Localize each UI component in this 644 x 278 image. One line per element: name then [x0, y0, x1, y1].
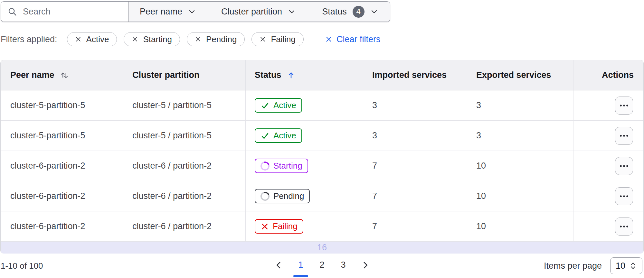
cluster-partition-filter-label: Cluster partition — [221, 7, 282, 17]
column-header-status[interactable]: Status — [245, 60, 363, 90]
table-row: cluster-5-partition-5 cluster-5 / partit… — [1, 90, 643, 121]
cluster-partition-filter-dropdown[interactable]: Cluster partition — [207, 2, 310, 22]
cell-exported-services: 10 — [467, 151, 573, 181]
next-page-button[interactable] — [360, 260, 370, 270]
column-header-cluster-partition: Cluster partition — [123, 60, 245, 90]
filter-chip-label: Active — [86, 34, 109, 44]
page-button-1[interactable]: 1 — [297, 260, 305, 270]
search-input[interactable] — [22, 6, 122, 17]
items-per-page-label: Items per page — [544, 261, 602, 271]
sort-both-icon — [60, 70, 69, 80]
filters-applied-row: Filters applied: Active Starting Pending… — [1, 32, 381, 46]
search-box[interactable] — [1, 2, 128, 22]
status-filter-count-badge: 4 — [353, 6, 365, 18]
row-actions-menu-button[interactable] — [615, 187, 633, 205]
column-header-imported-services: Imported services — [363, 60, 467, 90]
cell-status: Active — [245, 90, 363, 121]
chevron-down-icon — [288, 8, 296, 15]
sort-ascending-icon — [287, 71, 296, 80]
page-button-3[interactable]: 3 — [339, 260, 347, 270]
cell-imported-services: 3 — [363, 90, 467, 121]
spinner-icon — [259, 190, 271, 202]
cell-status: Failing — [245, 211, 363, 242]
previous-page-button[interactable] — [274, 260, 284, 270]
items-per-page: Items per page 10 — [544, 257, 642, 274]
row-actions-menu-button[interactable] — [615, 97, 633, 115]
filter-chip-label: Starting — [143, 34, 172, 44]
clear-filters-button[interactable]: Clear filters — [325, 34, 381, 44]
cell-cluster-partition: cluster-6 / partition-2 — [123, 151, 245, 181]
cell-peer-name: cluster-5-partition-5 — [1, 121, 123, 151]
row-actions-menu-button[interactable] — [615, 157, 633, 175]
column-header-label: Exported services — [476, 70, 551, 80]
filter-chip-pending[interactable]: Pending — [187, 32, 245, 46]
cell-actions — [573, 211, 643, 242]
stepper-chevrons-icon — [629, 261, 637, 270]
cell-cluster-partition: cluster-6 / partition-2 — [123, 211, 245, 242]
column-header-label: Actions — [602, 70, 634, 80]
table-row: cluster-6-partition-2 cluster-6 / partit… — [1, 211, 643, 242]
column-header-label: Imported services — [372, 70, 447, 80]
partially-visible-row: 16 — [1, 242, 643, 254]
cell-imported-services: 7 — [363, 151, 467, 181]
table-row: cluster-6-partition-2 cluster-6 / partit… — [1, 181, 643, 211]
pagination-bar: 1-10 of 100 1 2 3 Items per page 10 — [0, 254, 644, 278]
peer-name-filter-label: Peer name — [140, 7, 182, 17]
filter-chip-active[interactable]: Active — [67, 32, 117, 46]
chevron-down-icon — [370, 8, 378, 15]
status-filter-dropdown[interactable]: Status 4 — [310, 2, 390, 22]
status-badge: Failing — [255, 219, 303, 234]
cell-imported-services: 7 — [363, 181, 467, 211]
ellipsis-icon — [619, 164, 630, 168]
filters-applied-label: Filters applied: — [1, 34, 57, 44]
page-button-2[interactable]: 2 — [318, 260, 326, 270]
cell-actions — [573, 181, 643, 211]
column-header-actions: Actions — [573, 60, 643, 90]
status-badge: Starting — [255, 159, 308, 173]
peers-table: Peer name Cluster partition Status Impor… — [0, 60, 644, 254]
ellipsis-icon — [619, 134, 630, 138]
filter-chip-starting[interactable]: Starting — [124, 32, 180, 46]
row-actions-menu-button[interactable] — [615, 218, 633, 236]
status-badge: Active — [255, 98, 302, 113]
table-row: cluster-5-partition-5 cluster-5 / partit… — [1, 121, 643, 151]
remove-filter-icon[interactable] — [260, 36, 266, 42]
remove-filter-icon[interactable] — [132, 36, 138, 42]
filter-chip-failing[interactable]: Failing — [251, 32, 304, 46]
status-badge-label: Failing — [273, 221, 298, 231]
table-row: cluster-6-partition-2 cluster-6 / partit… — [1, 151, 643, 181]
status-badge: Pending — [255, 189, 310, 203]
items-per-page-select[interactable]: 10 — [610, 257, 642, 274]
remove-filter-icon[interactable] — [195, 36, 201, 42]
cell-status: Pending — [245, 181, 363, 211]
column-header-label: Cluster partition — [132, 70, 200, 80]
cell-peer-name: cluster-6-partition-2 — [1, 151, 123, 181]
ellipsis-icon — [619, 225, 630, 228]
status-badge-label: Pending — [273, 191, 304, 201]
peer-name-filter-dropdown[interactable]: Peer name — [128, 2, 207, 22]
remove-filter-icon[interactable] — [75, 36, 81, 42]
cell-cluster-partition: cluster-5 / partition-5 — [123, 121, 245, 151]
cell-actions — [573, 151, 643, 181]
cell-peer-name: cluster-6-partition-2 — [1, 211, 123, 242]
spinner-icon — [259, 160, 271, 172]
cell-actions — [573, 90, 643, 121]
column-header-label: Peer name — [10, 70, 54, 80]
cell-cluster-partition: cluster-5 / partition-5 — [123, 90, 245, 121]
cell-peer-name: cluster-5-partition-5 — [1, 90, 123, 121]
row-actions-menu-button[interactable] — [615, 127, 633, 145]
cell-exported-services: 10 — [467, 181, 573, 211]
filter-chip-label: Failing — [271, 34, 296, 44]
column-header-peer-name[interactable]: Peer name — [1, 60, 123, 90]
cell-cluster-partition: cluster-6 / partition-2 — [123, 181, 245, 211]
cell-exported-services: 3 — [467, 121, 573, 151]
check-icon — [260, 101, 270, 110]
cell-exported-services: 10 — [467, 211, 573, 242]
filter-bar: Peer name Cluster partition Status 4 — [1, 1, 390, 22]
check-icon — [260, 131, 270, 140]
filter-chip-label: Pending — [206, 34, 237, 44]
status-badge-label: Active — [273, 131, 296, 141]
pagination-range-label: 1-10 of 100 — [1, 261, 43, 271]
status-badge: Active — [255, 128, 302, 143]
column-header-label: Status — [255, 70, 281, 80]
